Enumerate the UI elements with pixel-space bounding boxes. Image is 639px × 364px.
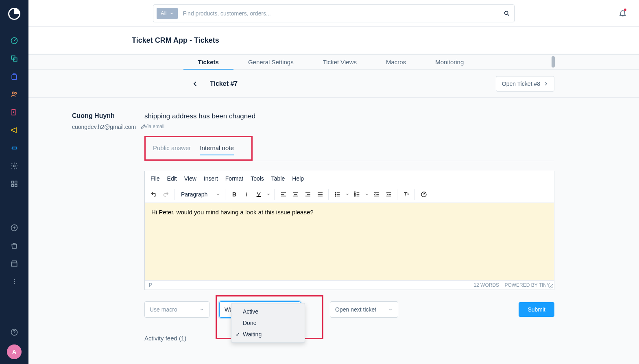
- customer-name: Cuong Huynh: [72, 112, 144, 120]
- tab-internal-note[interactable]: Internal note: [200, 144, 233, 155]
- status-dropdown-menu: Active Done Waiting: [231, 303, 305, 343]
- title-bar: Ticket CRM App - Tickets: [28, 27, 639, 54]
- clear-format-icon[interactable]: T×: [401, 189, 412, 200]
- dashboard-icon[interactable]: [10, 37, 18, 45]
- menu-format[interactable]: Format: [225, 175, 243, 182]
- svg-rect-4: [12, 75, 17, 80]
- ticket-subject: shipping address has been chagned: [144, 112, 554, 120]
- open-next-ticket-button[interactable]: Open Ticket #8: [496, 76, 554, 92]
- resize-handle-icon[interactable]: [548, 284, 553, 289]
- notifications-icon[interactable]: [619, 9, 627, 17]
- editor-toolbar: Paragraph B I: [145, 186, 554, 203]
- editor-help-icon[interactable]: [418, 189, 430, 200]
- editor-textarea[interactable]: Hi Peter, would you mind having a look a…: [145, 203, 554, 280]
- undo-icon[interactable]: [148, 189, 159, 200]
- status-option-waiting[interactable]: Waiting: [231, 329, 305, 340]
- global-search: All: [153, 4, 515, 22]
- tab-monitoring[interactable]: Monitoring: [421, 54, 478, 70]
- menu-table[interactable]: Table: [271, 175, 285, 182]
- tab-general-settings[interactable]: General Settings: [233, 54, 308, 70]
- menu-file[interactable]: File: [150, 175, 160, 182]
- numbered-list-icon[interactable]: 123: [351, 189, 363, 200]
- bold-icon[interactable]: B: [229, 189, 240, 200]
- align-center-icon[interactable]: [290, 189, 301, 200]
- content-icon[interactable]: [10, 108, 18, 116]
- extensions-icon[interactable]: [10, 144, 18, 152]
- block-format-select[interactable]: Paragraph: [178, 189, 222, 200]
- text-color-icon[interactable]: [253, 189, 264, 200]
- menu-tools[interactable]: Tools: [251, 175, 264, 182]
- svg-point-23: [335, 196, 336, 196]
- apps-icon[interactable]: [10, 180, 18, 188]
- editor-path: P: [149, 282, 152, 288]
- menu-insert[interactable]: Insert: [204, 175, 218, 182]
- tab-public-answer[interactable]: Public answer: [153, 144, 191, 155]
- numbered-list-dropdown-icon[interactable]: [364, 189, 370, 200]
- left-sidebar: A: [0, 0, 28, 364]
- bullet-list-icon[interactable]: [332, 189, 343, 200]
- macro-select[interactable]: Use macro: [144, 301, 209, 318]
- svg-rect-10: [11, 181, 13, 183]
- svg-rect-20: [257, 196, 261, 197]
- add-icon[interactable]: [10, 224, 18, 232]
- settings-icon[interactable]: [10, 162, 18, 170]
- store-icon[interactable]: [10, 259, 18, 268]
- submit-button[interactable]: Submit: [519, 302, 554, 317]
- word-count: 12 WORDS: [473, 282, 499, 288]
- chevron-down-icon: [199, 307, 204, 312]
- svg-point-22: [335, 194, 336, 195]
- sidebar-nav: [10, 37, 18, 286]
- status-option-done[interactable]: Done: [231, 317, 305, 329]
- svg-point-9: [13, 165, 15, 167]
- tab-ticket-views[interactable]: Ticket Views: [308, 54, 371, 70]
- search-input[interactable]: [178, 10, 503, 17]
- search-filter-dropdown[interactable]: All: [157, 8, 178, 19]
- redo-icon[interactable]: [160, 189, 172, 200]
- align-right-icon[interactable]: [302, 189, 314, 200]
- tabs-scrollbar[interactable]: [552, 56, 555, 68]
- editor-branding: POWERED BY TINY: [504, 282, 550, 288]
- svg-point-15: [14, 279, 15, 280]
- orders-icon[interactable]: [10, 72, 18, 81]
- tab-tickets[interactable]: Tickets: [183, 54, 233, 70]
- italic-icon[interactable]: I: [241, 189, 252, 200]
- menu-edit[interactable]: Edit: [167, 175, 177, 182]
- bullet-list-dropdown-icon[interactable]: [344, 189, 351, 200]
- topbar: All: [28, 0, 639, 27]
- svg-point-16: [14, 281, 15, 282]
- ticket-via: Via email: [144, 124, 554, 129]
- menu-view[interactable]: View: [184, 175, 196, 182]
- editor-menubar: File Edit View Insert Format Tools Table…: [145, 171, 554, 186]
- svg-point-17: [14, 283, 15, 284]
- help-icon[interactable]: [10, 328, 18, 336]
- tab-macros[interactable]: Macros: [371, 54, 421, 70]
- search-icon[interactable]: [503, 9, 511, 17]
- back-button[interactable]: [190, 79, 200, 89]
- outdent-icon[interactable]: [371, 189, 382, 200]
- text-color-dropdown-icon[interactable]: [265, 189, 272, 200]
- align-justify-icon[interactable]: [314, 189, 326, 200]
- svg-rect-8: [12, 147, 16, 149]
- user-avatar[interactable]: A: [7, 344, 22, 359]
- shop-icon[interactable]: [10, 242, 18, 250]
- marketing-icon[interactable]: [10, 126, 18, 134]
- align-left-icon[interactable]: [278, 189, 289, 200]
- svg-point-19: [505, 11, 508, 14]
- chevron-down-icon: [388, 307, 393, 312]
- status-option-active[interactable]: Active: [231, 306, 305, 317]
- svg-rect-11: [15, 181, 17, 183]
- indent-icon[interactable]: [383, 189, 395, 200]
- next-action-select[interactable]: Open next ticket: [330, 301, 398, 318]
- catalog-icon[interactable]: [10, 54, 18, 63]
- customer-panel: Cuong Huynh cuongdev.h2@gmail.com: [28, 112, 144, 342]
- svg-rect-12: [11, 185, 13, 187]
- svg-point-6: [15, 92, 16, 94]
- svg-point-21: [335, 192, 336, 193]
- ticket-title: Ticket #7: [210, 80, 238, 87]
- customers-icon[interactable]: [10, 90, 18, 98]
- svg-rect-13: [15, 185, 17, 187]
- menu-help[interactable]: Help: [292, 175, 304, 182]
- svg-text:3: 3: [354, 195, 355, 197]
- activity-feed-title: Activity feed (1): [144, 335, 554, 342]
- more-icon[interactable]: [10, 277, 18, 286]
